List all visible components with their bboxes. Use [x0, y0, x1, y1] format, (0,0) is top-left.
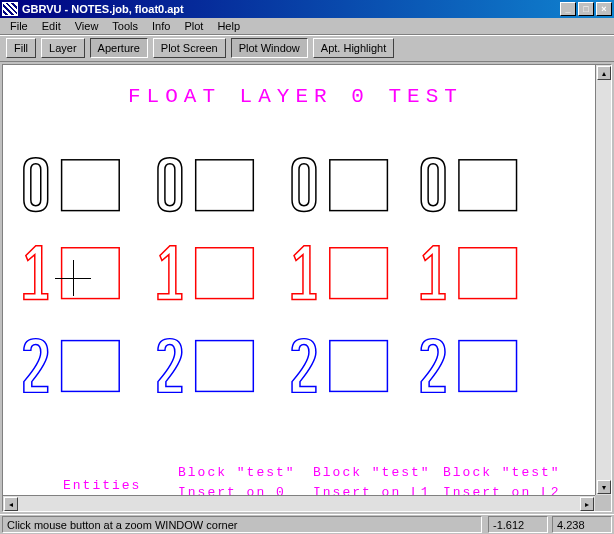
vertical-scrollbar[interactable]: ▴ ▾ — [595, 65, 611, 495]
toolbar-fill[interactable]: Fill — [6, 38, 36, 58]
svg-rect-1 — [196, 160, 254, 211]
svg-rect-0 — [62, 160, 120, 211]
column-label: Entities — [63, 476, 141, 496]
maximize-button[interactable]: □ — [578, 2, 594, 16]
toolbar-plot-window[interactable]: Plot Window — [231, 38, 308, 58]
scroll-right-icon[interactable]: ▸ — [580, 497, 594, 511]
menu-view[interactable]: View — [69, 19, 105, 33]
svg-rect-5 — [196, 248, 254, 299]
menu-file[interactable]: File — [4, 19, 34, 33]
minimize-button[interactable]: _ — [560, 2, 576, 16]
toolbar-apt-highlight[interactable]: Apt. Highlight — [313, 38, 394, 58]
scroll-left-icon[interactable]: ◂ — [4, 497, 18, 511]
svg-rect-2 — [330, 160, 388, 211]
status-bar: Click mouse button at a zoom WINDOW corn… — [0, 514, 614, 534]
toolbar: FillLayerAperturePlot ScreenPlot WindowA… — [0, 35, 614, 62]
status-coord-x: -1.612 — [488, 516, 548, 533]
window-title: GBRVU - NOTES.job, float0.apt — [22, 3, 560, 15]
scroll-down-icon[interactable]: ▾ — [597, 480, 611, 494]
menu-info[interactable]: Info — [146, 19, 176, 33]
svg-rect-10 — [330, 341, 388, 392]
menu-plot[interactable]: Plot — [178, 19, 209, 33]
scroll-up-icon[interactable]: ▴ — [597, 66, 611, 80]
scroll-corner — [595, 495, 611, 511]
close-button[interactable]: × — [596, 2, 612, 16]
svg-rect-3 — [459, 160, 517, 211]
app-icon — [2, 2, 18, 16]
svg-rect-11 — [459, 341, 517, 392]
menu-bar: FileEditViewToolsInfoPlotHelp — [0, 18, 614, 35]
plot-title: FLOAT LAYER 0 TEST — [128, 85, 463, 108]
svg-rect-8 — [62, 341, 120, 392]
menu-tools[interactable]: Tools — [106, 19, 144, 33]
svg-rect-9 — [196, 341, 254, 392]
status-coord-y: 4.238 — [552, 516, 612, 533]
toolbar-aperture[interactable]: Aperture — [90, 38, 148, 58]
svg-rect-4 — [62, 248, 120, 299]
menu-edit[interactable]: Edit — [36, 19, 67, 33]
menu-help[interactable]: Help — [211, 19, 246, 33]
toolbar-plot-screen[interactable]: Plot Screen — [153, 38, 226, 58]
viewport[interactable]: FLOAT LAYER 0 TEST EntitiesBlock "test"I… — [2, 64, 612, 512]
horizontal-scrollbar[interactable]: ◂ ▸ — [3, 495, 595, 511]
svg-rect-7 — [459, 248, 517, 299]
toolbar-layer[interactable]: Layer — [41, 38, 85, 58]
status-message: Click mouse button at a zoom WINDOW corn… — [2, 516, 482, 533]
svg-rect-6 — [330, 248, 388, 299]
title-bar: GBRVU - NOTES.job, float0.apt _ □ × — [0, 0, 614, 18]
